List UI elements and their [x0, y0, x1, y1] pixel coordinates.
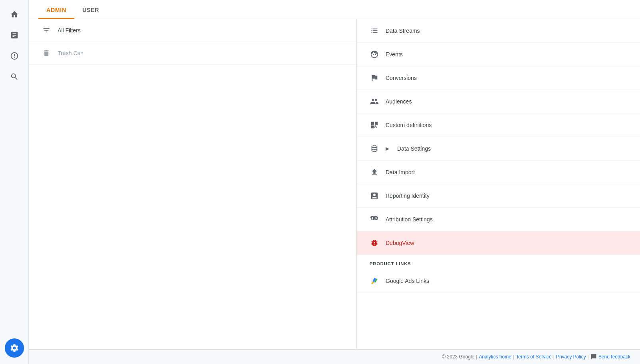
terms-of-service-link[interactable]: Terms of Service	[516, 354, 552, 360]
debugview-label: DebugView	[386, 240, 414, 246]
tabs-bar: ADMIN USER	[29, 0, 640, 19]
main-content: ADMIN USER All Filters	[29, 0, 640, 364]
data-streams-label: Data Streams	[386, 28, 420, 34]
search-console-icon[interactable]	[5, 67, 24, 86]
custom-definitions-item[interactable]: Custom definitions	[357, 113, 640, 137]
filter-icon	[42, 26, 51, 34]
conversions-item[interactable]: Conversions	[357, 66, 640, 90]
custom-definitions-icon	[370, 121, 379, 129]
data-streams-icon	[370, 26, 379, 35]
content-area: All Filters Trash Can	[29, 19, 640, 349]
admin-settings-button[interactable]	[5, 338, 24, 358]
left-panel: All Filters Trash Can	[29, 19, 357, 349]
trash-can-item[interactable]: Trash Can	[29, 42, 356, 65]
events-icon	[370, 50, 379, 59]
bar-chart-icon[interactable]	[5, 26, 24, 45]
attribution-settings-item[interactable]: Attribution Settings	[357, 208, 640, 231]
data-import-label: Data Import	[386, 169, 415, 175]
settings-section	[5, 338, 24, 358]
copyright-text: © 2023 Google	[442, 354, 474, 360]
data-import-item[interactable]: Data Import	[357, 161, 640, 184]
reporting-identity-icon	[370, 191, 379, 200]
reporting-identity-label: Reporting Identity	[386, 193, 430, 199]
tab-user[interactable]: USER	[74, 0, 107, 19]
debugview-item[interactable]: DebugView	[357, 231, 640, 255]
audiences-icon	[370, 97, 379, 106]
google-ads-links-item[interactable]: Google Ads Links	[357, 269, 640, 293]
data-settings-icon	[370, 144, 379, 153]
footer: © 2023 Google | Analytics home | Terms o…	[29, 349, 640, 364]
conversions-label: Conversions	[386, 75, 417, 81]
analytics-home-link[interactable]: Analytics home	[479, 354, 511, 360]
insights-icon[interactable]	[5, 46, 24, 66]
audiences-item[interactable]: Audiences	[357, 90, 640, 113]
data-streams-item[interactable]: Data Streams	[357, 19, 640, 43]
data-import-icon	[370, 168, 379, 177]
custom-definitions-label: Custom definitions	[386, 122, 432, 128]
trash-icon	[42, 49, 51, 57]
all-filters-item[interactable]: All Filters	[29, 19, 356, 42]
privacy-policy-link[interactable]: Privacy Policy	[556, 354, 586, 360]
right-panel: Data Streams Events	[357, 19, 640, 349]
events-label: Events	[386, 51, 403, 58]
data-settings-label: Data Settings	[397, 145, 431, 152]
debugview-icon	[370, 239, 379, 247]
events-item[interactable]: Events	[357, 43, 640, 66]
conversions-icon	[370, 74, 379, 82]
expand-arrow-icon: ▶	[386, 146, 389, 151]
send-feedback-link[interactable]: Send feedback	[598, 354, 630, 360]
data-settings-item[interactable]: ▶ Data Settings	[357, 137, 640, 161]
home-icon[interactable]	[5, 5, 24, 24]
google-ads-links-label: Google Ads Links	[386, 278, 429, 284]
google-ads-icon	[370, 276, 379, 285]
audiences-label: Audiences	[386, 98, 412, 105]
feedback-icon	[590, 354, 597, 360]
tab-admin[interactable]: ADMIN	[38, 0, 74, 19]
attribution-settings-icon	[370, 215, 379, 224]
reporting-identity-item[interactable]: Reporting Identity	[357, 184, 640, 208]
attribution-settings-label: Attribution Settings	[386, 216, 433, 223]
product-links-header: PRODUCT LINKS	[357, 255, 640, 269]
all-filters-label: All Filters	[58, 27, 81, 34]
trash-can-label: Trash Can	[58, 50, 84, 56]
sidebar	[0, 0, 29, 364]
